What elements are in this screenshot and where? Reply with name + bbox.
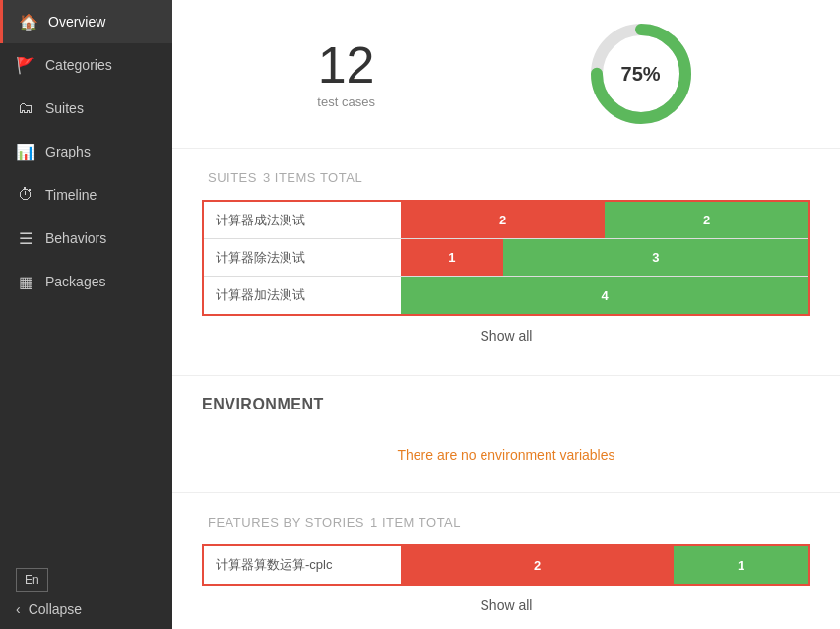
stats-bar: 12 test cases 75% <box>172 0 840 149</box>
sidebar-item-graphs[interactable]: 📊 Graphs <box>0 130 172 173</box>
suite-bar: 4 <box>401 277 808 314</box>
packages-icon: ▦ <box>16 272 35 291</box>
features-subtitle: 1 item total <box>370 515 461 530</box>
bar-green: 2 <box>605 202 808 238</box>
sidebar-item-label: Categories <box>45 57 112 73</box>
bar-red: 1 <box>401 239 503 276</box>
timeline-icon: ⏱ <box>16 185 35 205</box>
home-icon: 🏠 <box>19 12 38 31</box>
suite-bar: 2 2 <box>401 202 808 238</box>
bar-green: 1 <box>674 546 808 584</box>
table-row: 计算器加法测试 4 <box>204 277 808 314</box>
features-title: FEATURES BY STORIES1 item total <box>202 513 810 531</box>
features-table: 计算器算数运算-cplc 2 1 <box>202 544 810 586</box>
feature-bar: 2 1 <box>401 546 808 584</box>
environment-section: ENVIRONMENT There are no environment var… <box>172 376 840 493</box>
sidebar-item-suites[interactable]: 🗂 Suites <box>0 87 172 130</box>
test-cases-label: test cases <box>317 94 375 109</box>
graphs-icon: 📊 <box>16 142 35 161</box>
sidebar-item-label: Timeline <box>45 187 97 203</box>
suite-name: 计算器加法测试 <box>204 286 401 304</box>
sidebar-item-label: Graphs <box>45 144 91 159</box>
collapse-label: Collapse <box>29 601 82 617</box>
suite-name: 计算器成法测试 <box>204 212 401 229</box>
pass-rate-chart: 75% <box>587 20 695 128</box>
bar-red: 2 <box>401 546 674 584</box>
sidebar: 🏠 Overview 🚩 Categories 🗂 Suites 📊 Graph… <box>0 0 172 629</box>
test-cases-stat: 12 test cases <box>317 39 375 109</box>
suites-title: SUITES3 items total <box>202 168 810 186</box>
features-section: FEATURES BY STORIES1 item total 计算器算数运算-… <box>172 493 840 629</box>
sidebar-item-label: Suites <box>45 100 84 116</box>
sidebar-item-label: Packages <box>45 274 105 289</box>
sidebar-item-categories[interactable]: 🚩 Categories <box>0 43 172 87</box>
sidebar-item-timeline[interactable]: ⏱ Timeline <box>0 173 172 217</box>
test-cases-count: 12 <box>317 39 375 91</box>
behaviors-icon: ☰ <box>16 228 35 248</box>
sidebar-item-packages[interactable]: ▦ Packages <box>0 260 172 303</box>
suites-subtitle: 3 items total <box>263 170 362 185</box>
chevron-left-icon: ‹ <box>16 601 21 617</box>
environment-message: There are no environment variables <box>202 427 810 472</box>
flag-icon: 🚩 <box>16 55 35 75</box>
sidebar-item-label: Behaviors <box>45 230 106 246</box>
sidebar-bottom: En ‹ Collapse <box>0 556 172 629</box>
bar-green: 4 <box>401 277 808 314</box>
environment-title: ENVIRONMENT <box>202 396 810 413</box>
suite-bar: 1 3 <box>401 239 808 276</box>
table-row: 计算器除法测试 1 3 <box>204 239 808 277</box>
collapse-button[interactable]: ‹ Collapse <box>16 601 157 617</box>
bar-green: 3 <box>503 239 809 276</box>
suites-table: 计算器成法测试 2 2 计算器除法测试 1 3 计算器加法测试 4 <box>202 200 810 316</box>
pass-percent-label: 75% <box>621 63 661 86</box>
sidebar-item-overview[interactable]: 🏠 Overview <box>0 0 172 43</box>
suites-show-all[interactable]: Show all <box>202 316 810 355</box>
main-content: 12 test cases 75% SUITES3 items total 计算… <box>172 0 840 629</box>
feature-name: 计算器算数运算-cplc <box>204 556 401 574</box>
bar-red: 2 <box>401 202 605 238</box>
suites-section: SUITES3 items total 计算器成法测试 2 2 计算器除法测试 … <box>172 149 840 376</box>
suite-name: 计算器除法测试 <box>204 249 401 267</box>
table-row: 计算器成法测试 2 2 <box>204 202 808 239</box>
suites-icon: 🗂 <box>16 98 35 118</box>
sidebar-item-label: Overview <box>48 14 105 30</box>
features-show-all[interactable]: Show all <box>202 586 810 625</box>
sidebar-item-behaviors[interactable]: ☰ Behaviors <box>0 217 172 260</box>
table-row: 计算器算数运算-cplc 2 1 <box>204 546 808 584</box>
language-button[interactable]: En <box>16 568 48 592</box>
